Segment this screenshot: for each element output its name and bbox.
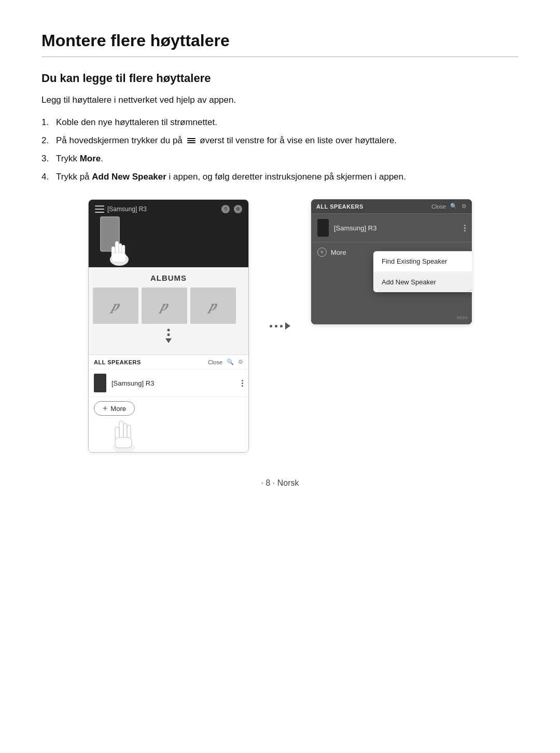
album-thumb-3: 𝆏 — [190, 287, 236, 324]
speaker-name-left: [Samsung] R3 — [111, 379, 242, 387]
arrow-right-container — [270, 322, 290, 330]
right-close-button[interactable]: Close — [431, 203, 446, 210]
intro-text: Legg til høyttalere i nettverket ved hje… — [41, 93, 519, 107]
albums-section: ALBUMS 𝆏 𝆏 𝆏 — [89, 267, 248, 354]
album-thumb-2: 𝆏 — [142, 287, 187, 324]
step-4-text-after: i appen, og følg deretter instruksjonene… — [166, 172, 406, 182]
right-three-dots[interactable] — [464, 225, 466, 231]
phone-top-bar: [Samsung] R3 ⚲ ⚙ — [93, 204, 244, 214]
svg-rect-5 — [111, 253, 126, 262]
menu-icon — [187, 138, 195, 143]
arrow-dots-row — [270, 322, 290, 330]
plus-icon-left: + — [103, 404, 107, 413]
right-speaker-name: [Samsung] R3 — [334, 224, 464, 232]
right-plus-icon: + — [317, 248, 327, 257]
steps-list: 1. Koble den nye høyttaleren til strømne… — [41, 115, 519, 184]
step-3-text: Trykk More. — [56, 152, 519, 166]
arrow-dot-1 — [270, 325, 272, 327]
step-1-num: 1. — [41, 115, 56, 129]
right-content: ALL SPEAKERS Close 🔍 ⚙ [Samsung] R3 + Mo… — [311, 199, 472, 324]
all-speakers-header-right: Close 🔍 ⚙ — [208, 359, 243, 365]
hamburger-icon[interactable] — [95, 206, 104, 213]
album-d-1: 𝆏 — [112, 297, 119, 314]
svg-point-7 — [167, 334, 170, 336]
step-3-text-after: . — [101, 154, 103, 163]
section-title: Du kan legge til flere høyttalere — [41, 72, 519, 85]
right-top-bar-right: Close 🔍 ⚙ — [431, 203, 467, 210]
phone-top-icons: ⚲ ⚙ — [221, 205, 242, 213]
right-speaker-icon — [317, 219, 329, 237]
all-speakers-panel-left: ALL SPEAKERS Close 🔍 ⚙ [Samsung] R3 + Mo… — [89, 354, 248, 452]
page-footer: · 8 · Norsk — [41, 478, 519, 488]
speaker-icon-left — [94, 374, 106, 392]
arrow-dashed — [270, 322, 290, 330]
step-3: 3. Trykk More. — [41, 152, 519, 166]
step-4-text-before: Trykk på — [56, 172, 92, 182]
svg-rect-14 — [115, 437, 132, 448]
hand-pointer-more — [104, 413, 143, 453]
svg-rect-16 — [469, 290, 472, 292]
all-speakers-label-left: ALL SPEAKERS — [94, 359, 141, 365]
svg-point-6 — [167, 329, 170, 332]
three-dots-left[interactable] — [242, 380, 243, 387]
page-title: Montere flere høyttalere — [41, 31, 519, 57]
footer-text: · 8 · Norsk — [261, 478, 299, 487]
album-d-2: 𝆏 — [161, 297, 168, 314]
hand-pointer-left — [101, 231, 137, 267]
step-2-num: 2. — [41, 133, 56, 147]
phone-screen-top: [Samsung] R3 ⚲ ⚙ — [89, 200, 248, 267]
right-top-bar: ALL SPEAKERS Close 🔍 ⚙ — [311, 199, 472, 214]
step-2-text-after: øverst til venstre for å vise en liste o… — [200, 135, 397, 145]
album-d-3: 𝆏 — [209, 297, 217, 314]
step-4-text: Trykk på Add New Speaker i appen, og føl… — [56, 170, 519, 184]
search-icon-small[interactable]: 🔍 — [227, 359, 234, 365]
gear-icon-small[interactable]: ⚙ — [238, 359, 243, 365]
right-all-speakers-label: ALL SPEAKERS — [316, 203, 363, 210]
album-thumb-1: 𝆏 — [93, 287, 138, 324]
step-1-text: Koble den nye høyttaleren til strømnette… — [56, 115, 519, 129]
search-icon[interactable]: ⚲ — [221, 205, 230, 213]
right-gear-icon[interactable]: ⚙ — [461, 203, 467, 210]
speaker-row-left: [Samsung] R3 — [89, 369, 248, 397]
more-label-left: More — [110, 405, 126, 413]
step-2-text: På hovedskjermen trykker du på øverst ti… — [56, 133, 519, 147]
popup-menu: Find Existing Speaker Add New Speaker — [373, 251, 472, 292]
right-search-icon[interactable]: 🔍 — [450, 203, 457, 210]
svg-marker-8 — [165, 338, 172, 343]
phone-top-bar-left: [Samsung] R3 — [95, 206, 147, 213]
gear-icon[interactable]: ⚙ — [234, 205, 242, 213]
arrow-dot-2 — [275, 325, 277, 327]
albums-label: ALBUMS — [93, 273, 244, 282]
right-phone-mockup: ALL SPEAKERS Close 🔍 ⚙ [Samsung] R3 + Mo… — [311, 199, 472, 324]
albums-row: 𝆏 𝆏 𝆏 — [93, 287, 244, 324]
step-3-num: 3. — [41, 152, 56, 166]
right-speaker-row: [Samsung] R3 — [311, 214, 472, 242]
illustration: [Samsung] R3 ⚲ ⚙ — [41, 199, 519, 453]
step-2: 2. På hovedskjermen trykker du på øverst… — [41, 133, 519, 147]
left-phone-mockup: [Samsung] R3 ⚲ ⚙ — [88, 199, 249, 453]
step-4-num: 4. — [41, 170, 56, 184]
right-more-small-text: More — [457, 315, 468, 320]
arrow-head — [285, 322, 290, 330]
hand-pointer-right — [454, 282, 472, 292]
popup-item-find[interactable]: Find Existing Speaker — [373, 251, 472, 272]
arrow-dot-3 — [280, 325, 283, 327]
all-speakers-header-left: ALL SPEAKERS Close 🔍 ⚙ — [89, 355, 248, 369]
step-3-text-before: Trykk — [56, 154, 80, 163]
step-1: 1. Koble den nye høyttaleren til strømne… — [41, 115, 519, 129]
right-more-label: More — [331, 249, 346, 256]
step-4: 4. Trykk på Add New Speaker i appen, og … — [41, 170, 519, 184]
more-row-left: + More — [89, 397, 248, 452]
step-4-bold: Add New Speaker — [92, 172, 166, 182]
step-2-text-before: På hovedskjermen trykker du på — [56, 135, 183, 145]
dots-down-arrow — [93, 328, 244, 346]
phone-top-title: [Samsung] R3 — [107, 206, 147, 213]
step-3-bold: More — [80, 154, 101, 163]
close-button-left[interactable]: Close — [208, 359, 222, 365]
phone-hand-area — [93, 216, 244, 263]
